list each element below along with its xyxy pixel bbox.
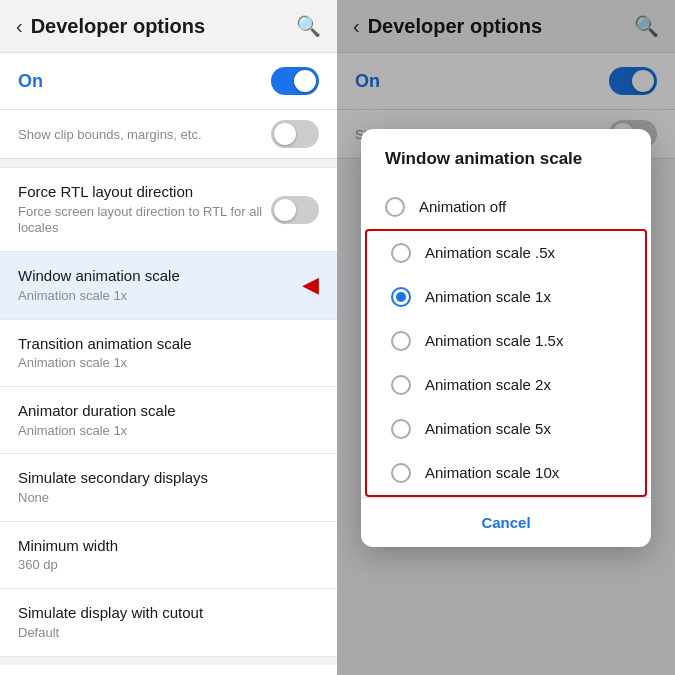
left-panel: ‹ Developer options 🔍 On Show clip bound… [0, 0, 337, 675]
radio-label-1x: Animation scale 1x [425, 288, 551, 305]
on-toggle-row[interactable]: On [0, 52, 337, 110]
radio-animation-10x[interactable]: Animation scale 10x [367, 451, 645, 495]
radio-circle-10x [391, 463, 411, 483]
window-animation-dialog: Window animation scale Animation off Ani… [361, 129, 651, 547]
force-rtl-toggle[interactable] [271, 196, 319, 224]
back-button[interactable]: ‹ [16, 15, 23, 38]
window-animation-title: Window animation scale [18, 266, 180, 286]
clip-toggle[interactable] [271, 120, 319, 148]
radio-animation-2x[interactable]: Animation scale 2x [367, 363, 645, 407]
simulate-secondary-title: Simulate secondary displays [18, 468, 319, 488]
radio-animation-5x[interactable]: Animation scale 5x [367, 407, 645, 451]
radio-label-10x: Animation scale 10x [425, 464, 559, 481]
radio-animation-off[interactable]: Animation off [361, 185, 651, 229]
transition-animation-item[interactable]: Transition animation scale Animation sca… [0, 320, 337, 387]
highlighted-radio-group: Animation scale .5x Animation scale 1x A… [365, 229, 647, 497]
settings-list: Force RTL layout direction Force screen … [0, 159, 337, 675]
right-panel: ‹ Developer options 🔍 On Show clip bound… [337, 0, 675, 675]
clip-bounds-row[interactable]: Show clip bounds, margins, etc. [0, 110, 337, 159]
minimum-width-title: Minimum width [18, 536, 319, 556]
simulate-cutout-item[interactable]: Simulate display with cutout Default [0, 589, 337, 656]
radio-circle-5x [391, 419, 411, 439]
force-rtl-title: Force RTL layout direction [18, 182, 271, 202]
radio-animation-0.5x[interactable]: Animation scale .5x [367, 231, 645, 275]
search-icon[interactable]: 🔍 [296, 14, 321, 38]
force-rtl-text: Force RTL layout direction Force screen … [18, 182, 271, 237]
simulate-secondary-subtitle: None [18, 490, 319, 507]
radio-label-2x: Animation scale 2x [425, 376, 551, 393]
simulate-cutout-subtitle: Default [18, 625, 319, 642]
force-rtl-item[interactable]: Force RTL layout direction Force screen … [0, 167, 337, 252]
radio-circle-0.5x [391, 243, 411, 263]
radio-circle-1.5x [391, 331, 411, 351]
force-rtl-subtitle: Force screen layout direction to RTL for… [18, 204, 271, 238]
radio-animation-1x[interactable]: Animation scale 1x [367, 275, 645, 319]
minimum-width-item[interactable]: Minimum width 360 dp [0, 522, 337, 589]
window-animation-subtitle: Animation scale 1x [18, 288, 180, 305]
animator-duration-subtitle: Animation scale 1x [18, 423, 319, 440]
on-label: On [18, 71, 43, 92]
simulate-secondary-item[interactable]: Simulate secondary displays None [0, 454, 337, 521]
red-arrow-icon: ◀ [302, 272, 319, 298]
window-animation-item[interactable]: Window animation scale Animation scale 1… [0, 252, 337, 319]
radio-circle-2x [391, 375, 411, 395]
left-header: ‹ Developer options 🔍 [0, 0, 337, 52]
transition-animation-subtitle: Animation scale 1x [18, 355, 319, 372]
dialog-overlay: Window animation scale Animation off Ani… [337, 0, 675, 675]
radio-label-0.5x: Animation scale .5x [425, 244, 555, 261]
radio-animation-1.5x[interactable]: Animation scale 1.5x [367, 319, 645, 363]
minimum-width-subtitle: 360 dp [18, 557, 319, 574]
page-title: Developer options [31, 15, 205, 38]
show-text-id-item[interactable]: Show Text ID [0, 665, 337, 675]
window-animation-text: Window animation scale Animation scale 1… [18, 266, 180, 304]
transition-animation-title: Transition animation scale [18, 334, 319, 354]
radio-circle-1x [391, 287, 411, 307]
simulate-cutout-title: Simulate display with cutout [18, 603, 319, 623]
clip-label: Show clip bounds, margins, etc. [18, 127, 202, 142]
radio-label-5x: Animation scale 5x [425, 420, 551, 437]
on-toggle[interactable] [271, 67, 319, 95]
header-left: ‹ Developer options [16, 15, 205, 38]
dialog-cancel-button[interactable]: Cancel [361, 497, 651, 547]
radio-label-off: Animation off [419, 198, 506, 215]
dialog-title: Window animation scale [361, 149, 651, 185]
radio-label-1.5x: Animation scale 1.5x [425, 332, 563, 349]
radio-circle-off [385, 197, 405, 217]
animator-duration-title: Animator duration scale [18, 401, 319, 421]
animator-duration-item[interactable]: Animator duration scale Animation scale … [0, 387, 337, 454]
